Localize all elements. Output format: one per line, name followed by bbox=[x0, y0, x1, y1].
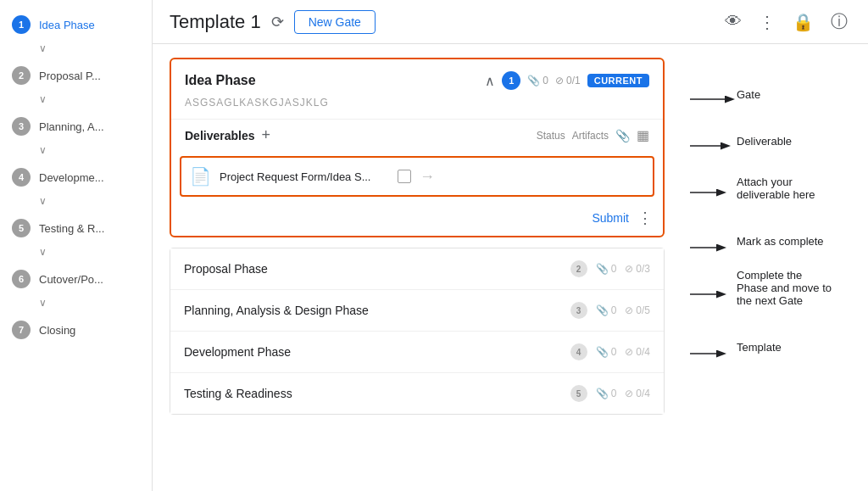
sidebar-badge-6: 6 bbox=[12, 270, 31, 288]
page-title: Template 1 bbox=[170, 11, 261, 33]
lock-icon[interactable]: 🔒 bbox=[789, 8, 817, 36]
sidebar-chevron-5[interactable]: ∨ bbox=[0, 244, 152, 263]
sidebar-label-2: Proposal P... bbox=[39, 70, 101, 82]
attach-annotation: Attach your deliverable here bbox=[737, 176, 815, 201]
phase-row-stats: 3 📎 0 ⊘ 0/5 bbox=[570, 302, 650, 319]
phase-complete-stat: ⊘ 0/4 bbox=[625, 346, 650, 358]
more-menu-icon[interactable]: ⋮ bbox=[755, 8, 779, 36]
annotations-panel: Gate Deliverable Attach your deliverable… bbox=[682, 44, 868, 491]
phase-row-badge-4: 4 bbox=[570, 343, 587, 360]
artifacts-col-label: Artifacts bbox=[572, 130, 609, 142]
table-row[interactable]: Proposal Phase 2 📎 0 ⊘ 0/3 bbox=[170, 248, 664, 290]
phase-row-badge-2: 2 bbox=[570, 260, 587, 277]
table-row[interactable]: Testing & Readiness 5 📎 0 ⊘ 0/4 bbox=[170, 373, 664, 414]
phases-panel: Idea Phase ∧ 1 📎 0 ⊘ 0/1 CURRENT ASGSAGL… bbox=[153, 44, 682, 491]
sidebar-chevron-1[interactable]: ∨ bbox=[0, 41, 152, 59]
sidebar-item-development[interactable]: 4 Developme... bbox=[0, 161, 152, 193]
check-circle-icon: ⊘ bbox=[625, 388, 633, 399]
idea-phase-code: ASGSAGLKASKGJASJKLG bbox=[171, 97, 663, 119]
sidebar-label-6: Cutover/Po... bbox=[39, 273, 103, 286]
content-area: Idea Phase ∧ 1 📎 0 ⊘ 0/1 CURRENT ASGSAGL… bbox=[153, 44, 868, 491]
main-content: Template 1 ⟳ New Gate 👁 ⋮ 🔒 ⓘ Idea Phase… bbox=[153, 0, 868, 491]
check-circle-icon: ⊘ bbox=[555, 75, 564, 86]
idea-phase-attach-stat: 📎 0 bbox=[527, 75, 548, 86]
idea-phase-header: Idea Phase ∧ 1 📎 0 ⊘ 0/1 CURRENT bbox=[171, 59, 663, 97]
artifacts-attach-icon: 📎 bbox=[615, 129, 630, 142]
gate-annotation: Gate bbox=[737, 88, 760, 101]
submit-row: Submit ⋮ bbox=[171, 205, 663, 236]
phase-attach-stat: 📎 0 bbox=[596, 304, 617, 316]
sidebar-item-idea-phase[interactable]: 1 Idea Phase bbox=[0, 8, 152, 41]
collapse-icon[interactable]: ∧ bbox=[485, 73, 495, 89]
phase-complete-stat: ⊘ 0/5 bbox=[625, 304, 650, 316]
sidebar: 1 Idea Phase ∨ 2 Proposal P... ∨ 3 Plann… bbox=[0, 0, 153, 491]
phase-complete-stat: ⊘ 0/3 bbox=[625, 263, 650, 275]
new-gate-button[interactable]: New Gate bbox=[294, 10, 376, 34]
sidebar-label-3: Planning, A... bbox=[39, 120, 104, 133]
info-icon[interactable]: ⓘ bbox=[827, 7, 851, 36]
sidebar-item-closing[interactable]: 7 Closing bbox=[0, 314, 152, 346]
sidebar-chevron-4[interactable]: ∨ bbox=[0, 193, 152, 212]
phase-row-name: Development Phase bbox=[184, 345, 570, 359]
sync-icon[interactable]: ⟳ bbox=[271, 13, 284, 31]
paperclip-icon: 📎 bbox=[596, 304, 609, 316]
mark-complete-annotation: Mark as complete bbox=[737, 235, 824, 248]
sidebar-label-5: Testing & R... bbox=[39, 222, 104, 235]
table-row[interactable]: Planning, Analysis & Design Phase 3 📎 0 … bbox=[170, 290, 664, 332]
sidebar-item-testing[interactable]: 5 Testing & R... bbox=[0, 212, 152, 244]
deliverables-label: Deliverables bbox=[185, 129, 255, 142]
sidebar-item-cutover[interactable]: 6 Cutover/Po... bbox=[0, 263, 152, 295]
phase-attach-stat: 📎 0 bbox=[596, 263, 617, 275]
document-icon: 📄 bbox=[190, 166, 211, 187]
phase-attach-stat: 📎 0 bbox=[596, 346, 617, 358]
check-circle-icon: ⊘ bbox=[625, 346, 633, 358]
phase-row-badge-3: 3 bbox=[570, 302, 587, 319]
table-row[interactable]: Development Phase 4 📎 0 ⊘ 0/4 bbox=[170, 332, 664, 373]
template-annotation: Template bbox=[737, 341, 782, 354]
idea-phase-card: Idea Phase ∧ 1 📎 0 ⊘ 0/1 CURRENT ASGSAGL… bbox=[170, 58, 665, 237]
row-more-icon[interactable]: ⋮ bbox=[637, 209, 653, 227]
sidebar-badge-5: 5 bbox=[12, 219, 31, 237]
status-col-label: Status bbox=[537, 130, 565, 142]
sidebar-badge-1: 1 bbox=[12, 15, 31, 34]
grid-view-icon[interactable]: ▦ bbox=[637, 127, 649, 143]
idea-phase-attach-count: 0 bbox=[542, 75, 548, 86]
sidebar-badge-4: 4 bbox=[12, 168, 31, 187]
annotation-arrows bbox=[682, 44, 868, 468]
sidebar-chevron-3[interactable]: ∨ bbox=[0, 142, 152, 161]
complete-phase-annotation: Complete the Phase and move to the next … bbox=[737, 269, 832, 307]
sidebar-badge-7: 7 bbox=[12, 321, 31, 339]
sidebar-badge-2: 2 bbox=[12, 66, 31, 85]
paperclip-icon: 📎 bbox=[527, 75, 540, 86]
sidebar-chevron-2[interactable]: ∨ bbox=[0, 92, 152, 110]
deliverable-annotation: Deliverable bbox=[737, 135, 792, 148]
deliverables-header: Deliverables + Status Artifacts 📎 ▦ bbox=[171, 119, 663, 151]
submit-button[interactable]: Submit bbox=[592, 211, 629, 225]
check-circle-icon: ⊘ bbox=[625, 304, 633, 316]
phase-complete-stat: ⊘ 0/4 bbox=[625, 388, 650, 399]
idea-phase-num-badge: 1 bbox=[502, 71, 520, 90]
complete-checkbox[interactable] bbox=[398, 170, 411, 183]
phase-row-badge-5: 5 bbox=[570, 385, 587, 402]
deliverable-row: 📄 Project Request Form/Idea S... → bbox=[180, 156, 654, 197]
paperclip-icon: 📎 bbox=[596, 346, 609, 358]
deliverable-name: Project Request Form/Idea S... bbox=[220, 170, 389, 183]
sidebar-label-4: Developme... bbox=[39, 171, 104, 184]
idea-phase-title: Idea Phase bbox=[185, 73, 478, 88]
check-circle-icon: ⊘ bbox=[625, 263, 633, 275]
add-deliverable-icon[interactable]: + bbox=[262, 126, 271, 144]
right-arrow-icon: → bbox=[420, 168, 435, 186]
eye-icon[interactable]: 👁 bbox=[721, 8, 745, 35]
current-badge: CURRENT bbox=[587, 74, 649, 87]
phase-row-stats: 2 📎 0 ⊘ 0/3 bbox=[570, 260, 650, 277]
phase-row-name: Proposal Phase bbox=[184, 262, 570, 276]
sidebar-item-proposal[interactable]: 2 Proposal P... bbox=[0, 59, 152, 92]
phase-row-stats: 4 📎 0 ⊘ 0/4 bbox=[570, 343, 650, 360]
phase-row-name: Testing & Readiness bbox=[184, 387, 570, 400]
sidebar-badge-3: 3 bbox=[12, 117, 31, 136]
idea-phase-complete-stat: ⊘ 0/1 bbox=[555, 75, 581, 86]
sidebar-item-planning[interactable]: 3 Planning, A... bbox=[0, 110, 152, 142]
phase-row-stats: 5 📎 0 ⊘ 0/4 bbox=[570, 385, 650, 402]
idea-phase-complete: 0/1 bbox=[566, 75, 581, 86]
sidebar-chevron-6[interactable]: ∨ bbox=[0, 295, 152, 314]
